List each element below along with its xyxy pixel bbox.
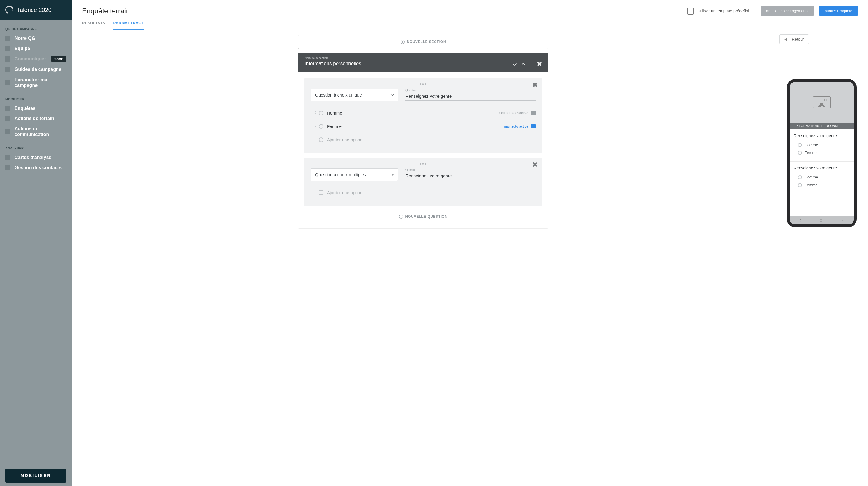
sidebar-item-label: Paramétrer ma campagne bbox=[14, 77, 66, 88]
topbar: Enquête terrain Utiliser un template pré… bbox=[71, 0, 868, 16]
mail-auto-toggle[interactable]: mail auto activé bbox=[504, 124, 536, 128]
phone-image-area bbox=[790, 82, 854, 123]
question-field-label: Question bbox=[405, 168, 536, 171]
mail-status-label: mail auto désactivé bbox=[498, 111, 528, 115]
plus-circle-icon: + bbox=[399, 215, 403, 219]
radio-icon bbox=[319, 111, 323, 116]
sidebar-item-label: Enquêtes bbox=[14, 105, 35, 111]
divider bbox=[755, 7, 755, 14]
option-input[interactable] bbox=[327, 109, 495, 118]
phone-question: Renseignez votre genre Homme Femme bbox=[790, 129, 854, 162]
section-name-input[interactable] bbox=[305, 60, 421, 68]
mail-auto-toggle[interactable]: mail auto désactivé bbox=[498, 111, 536, 115]
sidebar-item-icon bbox=[5, 46, 10, 51]
sidebar-item-communiquer: Communiquer soon bbox=[0, 54, 71, 64]
phone-option-label: Homme bbox=[805, 175, 818, 179]
sidebar-item-label: Cartes d'analyse bbox=[14, 155, 52, 160]
phone-nav-home-icon: □ bbox=[820, 218, 823, 222]
mobiliser-cta-button[interactable]: MOBILISER bbox=[5, 468, 66, 483]
sidebar-item-icon bbox=[5, 67, 10, 72]
sidebar-item-equipe[interactable]: Equipe bbox=[0, 43, 71, 54]
question-type-value: Question à choix unique bbox=[315, 92, 362, 97]
tab-parametrage[interactable]: PARAMÉTRAGE bbox=[114, 21, 144, 30]
new-question-button[interactable]: + NOUVELLE QUESTION bbox=[304, 210, 542, 223]
add-option-row[interactable]: ⋮ bbox=[313, 133, 536, 147]
tab-resultats[interactable]: RÉSULTATS bbox=[82, 21, 105, 30]
sidebar-item-icon bbox=[5, 129, 10, 134]
radio-icon bbox=[798, 151, 802, 155]
sidebar-item-cartes[interactable]: Cartes d'analyse bbox=[0, 152, 71, 162]
sidebar: Talence 2020 QG DE CAMPAGNE Notre QG Equ… bbox=[0, 0, 71, 486]
sidebar-item-label: Communiquer bbox=[14, 56, 46, 62]
sidebar-item-icon bbox=[5, 155, 10, 160]
publish-button[interactable]: publier l'enquête bbox=[819, 6, 858, 16]
drag-handle-icon[interactable]: ⋮ bbox=[313, 124, 315, 129]
drag-handle-icon[interactable]: ••• bbox=[311, 83, 536, 89]
sidebar-item-icon bbox=[5, 165, 10, 170]
preview-pane: Retour INFORMATIONS PERSONNELLES Renseig… bbox=[775, 30, 868, 486]
checkbox-icon bbox=[319, 190, 323, 195]
phone-question: Renseignez votre genre Homme Femme bbox=[790, 162, 854, 194]
sidebar-section-mobiliser: MOBILISER bbox=[0, 95, 71, 103]
cancel-button[interactable]: annuler les changements bbox=[761, 6, 814, 16]
sidebar-item-parametrer[interactable]: Paramétrer ma campagne bbox=[0, 75, 71, 90]
sidebar-item-notre-qg[interactable]: Notre QG bbox=[0, 33, 71, 43]
mail-icon bbox=[531, 124, 536, 128]
radio-icon bbox=[319, 137, 323, 142]
question-text-input[interactable] bbox=[405, 171, 536, 180]
page-title: Enquête terrain bbox=[82, 7, 130, 15]
new-question-label: NOUVELLE QUESTION bbox=[405, 215, 448, 219]
chevron-up-icon[interactable] bbox=[521, 63, 525, 67]
close-icon[interactable]: ✖ bbox=[532, 161, 537, 169]
chevron-down-icon bbox=[391, 93, 394, 96]
add-option-input[interactable] bbox=[327, 188, 536, 197]
phone-option-label: Homme bbox=[805, 143, 818, 147]
sidebar-item-icon bbox=[5, 116, 10, 121]
sidebar-item-label: Actions de communication bbox=[14, 126, 66, 137]
phone-preview: INFORMATIONS PERSONNELLES Renseignez vot… bbox=[787, 79, 857, 227]
question-type-select[interactable]: Question à choix unique bbox=[311, 89, 398, 101]
close-icon[interactable]: ✖ bbox=[532, 82, 537, 89]
mail-icon bbox=[531, 111, 536, 115]
sidebar-item-icon bbox=[5, 106, 10, 111]
sidebar-item-icon bbox=[5, 36, 10, 41]
phone-question-text: Renseignez votre genre bbox=[794, 133, 850, 138]
phone-nav-back-icon: ← bbox=[841, 218, 845, 222]
close-icon[interactable]: ✖ bbox=[537, 61, 542, 68]
sidebar-item-icon bbox=[5, 56, 10, 62]
add-option-row[interactable]: ⋮ bbox=[313, 186, 536, 199]
phone-option: Homme bbox=[794, 173, 850, 181]
phone-question-text: Renseignez votre genre bbox=[794, 166, 850, 170]
chevron-down-icon[interactable] bbox=[513, 62, 517, 66]
return-button[interactable]: Retour bbox=[779, 34, 809, 44]
phone-option-label: Femme bbox=[805, 183, 818, 187]
sidebar-item-actions-terrain[interactable]: Actions de terrain bbox=[0, 114, 71, 124]
question-text-input[interactable] bbox=[405, 92, 536, 101]
new-section-label: NOUVELLE SECTION bbox=[407, 40, 446, 44]
tabs: RÉSULTATS PARAMÉTRAGE bbox=[71, 16, 868, 30]
phone-nav: ↺ □ ← bbox=[790, 216, 854, 224]
new-section-button[interactable]: + NOUVELLE SECTION bbox=[298, 35, 548, 49]
question-type-select[interactable]: Question à choix multiples bbox=[311, 168, 398, 181]
add-option-input[interactable] bbox=[327, 135, 536, 144]
drag-handle-icon[interactable]: ⋮ bbox=[313, 110, 315, 116]
image-placeholder-icon bbox=[813, 96, 831, 108]
option-row: ⋮ mail auto désactivé bbox=[313, 106, 536, 120]
use-template-link[interactable]: Utiliser un template prédéfini bbox=[687, 7, 749, 14]
section-header: Nom de la section ✖ bbox=[298, 53, 548, 72]
question-card: ••• ✖ Question à choix unique Question bbox=[304, 78, 542, 154]
sidebar-section-qg: QG DE CAMPAGNE bbox=[0, 25, 71, 33]
option-input[interactable] bbox=[327, 122, 501, 131]
content-area: + NOUVELLE SECTION Nom de la section bbox=[71, 30, 868, 486]
template-link-label: Utiliser un template prédéfini bbox=[697, 9, 749, 13]
sidebar-item-contacts[interactable]: Gestion des contacts bbox=[0, 162, 71, 173]
app-title: Talence 2020 bbox=[17, 7, 52, 13]
radio-icon bbox=[319, 124, 323, 129]
sidebar-item-enquetes[interactable]: Enquêtes bbox=[0, 103, 71, 114]
phone-section-label: INFORMATIONS PERSONNELLES bbox=[790, 123, 854, 129]
drag-handle-icon[interactable]: ••• bbox=[311, 163, 536, 168]
sidebar-item-actions-comm[interactable]: Actions de communication bbox=[0, 124, 71, 139]
sidebar-section-analyser: ANALYSER bbox=[0, 144, 71, 152]
chevron-down-icon bbox=[391, 173, 394, 175]
sidebar-item-guides[interactable]: Guides de campagne bbox=[0, 64, 71, 74]
